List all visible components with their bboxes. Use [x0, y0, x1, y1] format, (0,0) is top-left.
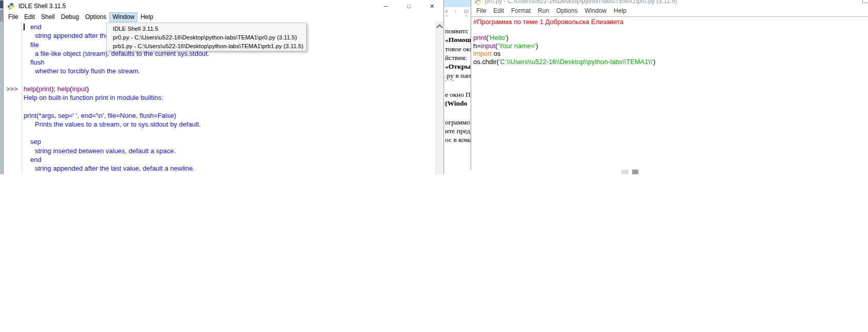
text-segment: flush [30, 58, 44, 66]
text-segment: file [30, 41, 39, 49]
menu-item-help[interactable]: Help [610, 5, 630, 16]
text-segment: йствия: [445, 54, 467, 61]
window-menu-dropdown-item[interactable]: pr0.py - C:\Users\u522-16\Desktop\python… [107, 33, 306, 42]
shell-line [4, 129, 436, 137]
text-segment: file [30, 173, 39, 174]
shell-line: >>>help(print); help(input) [4, 85, 436, 93]
menu-item-run[interactable]: Run [534, 5, 553, 16]
word-document-text: появитс«Помощтовое окнйствия:«Откры.py в… [444, 17, 471, 174]
text-segment: end [30, 23, 42, 31]
code-line: import os [473, 50, 868, 58]
word-text-fragment: ос в кома [445, 136, 471, 144]
window-controls: ─ □ ✕ [374, 0, 443, 12]
shell-line: print(*args, sep=' ', end='\n', file=Non… [4, 111, 436, 120]
menu-item-edit[interactable]: Edit [21, 12, 38, 22]
shell-window-title: IDLE Shell 3.11.5 [18, 3, 66, 10]
text-segment: «Помощ [445, 36, 471, 44]
text-segment: товое окн [445, 45, 471, 53]
text-cursor [24, 24, 25, 30]
shell-line: sep [4, 137, 436, 146]
word-text-fragment: (Windo [445, 99, 467, 108]
text-segment: import [473, 50, 492, 57]
shell-line: string appended after the last value, de… [4, 164, 436, 173]
menu-item-debug[interactable]: Debug [58, 12, 82, 22]
minimize-button[interactable]: ─ [374, 0, 397, 12]
text-segment: #Программа по теме 1 Добровольска Елизав… [473, 18, 623, 26]
text-segment: sep [30, 138, 41, 146]
word-text-fragment: ите пред [445, 127, 470, 135]
text-segment: в пап [454, 72, 471, 79]
misspelled-word: .py [445, 72, 454, 79]
text-segment: print [473, 34, 486, 42]
text-segment: help [57, 85, 70, 93]
menu-item-options[interactable]: Options [553, 5, 581, 16]
word-text-fragment: .py в пап [445, 72, 471, 80]
maximize-button[interactable]: □ [397, 0, 420, 12]
shell-menubar: FileEditShellDebugOptionsWindowHelp [4, 12, 443, 23]
word-text-fragment: ограммо [445, 118, 470, 127]
text-segment: 'Your name=' [497, 42, 536, 50]
menu-item-help[interactable]: Help [137, 12, 156, 22]
editor-window-title: pr0.py - C:\Users\u522-16\Desktop\python… [485, 0, 677, 5]
word-text-fragment: «Откры [445, 63, 471, 71]
text-segment: ) [536, 42, 538, 50]
ruler-tick: ı [455, 9, 456, 14]
menu-item-edit[interactable]: Edit [490, 5, 508, 16]
menu-item-file[interactable]: File [5, 12, 21, 22]
shell-line: Help on built-in function print in modul… [4, 93, 436, 102]
text-segment: h= [473, 42, 481, 50]
menu-item-format[interactable]: Format [508, 5, 534, 16]
text-segment: ите пред [445, 127, 470, 135]
text-segment: ) [87, 85, 89, 93]
word-ruler: 9 ı 10 ⊥ ⊥ [444, 7, 471, 17]
shell-scrollbar[interactable] [435, 22, 443, 174]
word-text-fragment: товое окн [445, 45, 471, 53]
editor-code-area[interactable]: #Программа по теме 1 Добровольска Елизав… [471, 17, 868, 66]
python-icon [474, 0, 482, 5]
text-segment: е окно П [445, 91, 471, 98]
window-menu-dropdown-item[interactable]: prb1.py - C:\Users\u522-16\Desktop\pytho… [107, 42, 306, 51]
text-segment: Help on built-in function print in modul… [24, 94, 163, 101]
window-menu-dropdown: IDLE Shell 3.11.5pr0.py - C:\Users\u522-… [106, 23, 307, 51]
text-segment: os.chdir( [473, 58, 499, 66]
editor-window: pr0.py - C:\Users\u522-16\Desktop\python… [471, 0, 868, 170]
word-text-fragment: йствия: [445, 54, 467, 62]
background-fragment [632, 170, 638, 174]
menu-item-shell[interactable]: Shell [38, 12, 58, 22]
text-segment: ) [506, 34, 508, 42]
shell-line [4, 102, 436, 111]
text-segment: «Откры [445, 63, 471, 70]
text-segment: ) [653, 58, 655, 66]
shell-line [4, 76, 436, 85]
text-segment: 'Hello' [489, 34, 507, 42]
shell-line: string inserted between values, default … [4, 147, 436, 155]
window-menu-dropdown-item[interactable]: IDLE Shell 3.11.5 [107, 25, 306, 33]
word-document-window[interactable]: 9 ı 10 ⊥ ⊥ появитс«Помощтовое окнйствия:… [444, 0, 471, 174]
python-icon [7, 3, 15, 10]
screen: IDLE Shell 3.11.5 ─ □ ✕ FileEditShellDeb… [0, 0, 868, 332]
scroll-up-arrow[interactable] [436, 24, 443, 31]
word-text-fragment: появитс [445, 27, 469, 35]
shell-line: file [4, 173, 436, 174]
code-line: h=input('Your name=') [473, 42, 868, 50]
menu-item-file[interactable]: File [473, 5, 490, 16]
text-segment: input [72, 85, 87, 93]
word-text-fragment: е окно П [445, 91, 471, 99]
text-segment: string appended after the last value, de… [35, 164, 195, 172]
code-line: os.chdir('C:\\Users\\u522-16\\Desktop\\p… [473, 58, 868, 66]
text-segment: end [30, 156, 42, 163]
menu-item-window[interactable]: Window [109, 12, 137, 22]
shell-line: whether to forcibly flush the stream. [4, 67, 436, 75]
close-button[interactable]: ✕ [420, 0, 443, 12]
text-segment: ограммо [445, 118, 470, 126]
code-line: #Программа по теме 1 Добровольска Елизав… [473, 18, 868, 26]
menu-item-window[interactable]: Window [581, 5, 610, 16]
word-titlebar [444, 0, 471, 7]
shell-titlebar[interactable]: IDLE Shell 3.11.5 ─ □ ✕ [4, 0, 443, 12]
editor-titlebar[interactable]: pr0.py - C:\Users\u522-16\Desktop\python… [471, 0, 868, 5]
text-segment: whether to forcibly flush the stream. [35, 67, 140, 75]
menu-item-options[interactable]: Options [82, 12, 109, 22]
text-segment: print(*args, sep=' ', end='\n', file=Non… [24, 112, 176, 119]
editor-window-button-fragment[interactable] [862, 0, 868, 3]
text-segment: ); [51, 85, 57, 93]
